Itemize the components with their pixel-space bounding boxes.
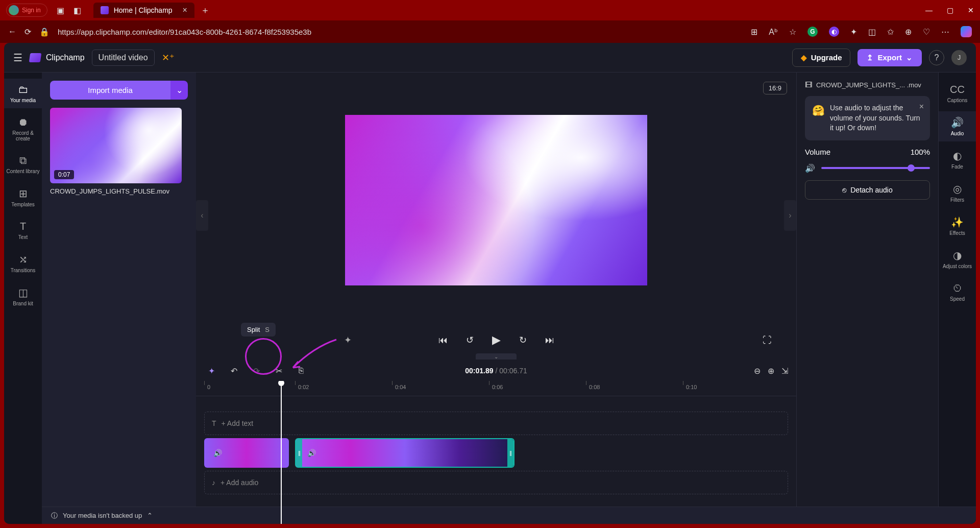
extensions-puzzle-icon[interactable]: ✦ (850, 27, 857, 37)
rail-templates[interactable]: ⊞Templates (4, 182, 42, 212)
chevron-up-icon: ⌃ (147, 512, 153, 519)
import-dropdown[interactable]: ⌄ (170, 81, 188, 100)
rail-record[interactable]: ⏺Record & create (4, 111, 42, 147)
signin-label: Sign in (22, 7, 41, 14)
export-button[interactable]: ↥ Export ⌄ (857, 49, 922, 66)
rail-content-library[interactable]: ⧉Content library (4, 150, 42, 179)
close-tab-icon[interactable]: × (183, 6, 187, 15)
minimize-icon[interactable]: — (925, 6, 933, 14)
rail-audio[interactable]: 🔊Audio (939, 111, 976, 141)
rail-text[interactable]: TText (4, 215, 42, 245)
rail-captions[interactable]: CCCaptions (939, 79, 976, 108)
site-lock-icon[interactable]: 🔒 (39, 27, 50, 37)
redo-icon[interactable]: ↷ (249, 364, 263, 378)
tab-actions-icon[interactable]: ◧ (74, 6, 81, 15)
grammarly-icon[interactable]: G (807, 27, 818, 37)
upgrade-button[interactable]: ◆ Upgrade (792, 49, 851, 67)
zoom-fit-icon[interactable]: ⇲ (781, 366, 788, 376)
volume-slider[interactable] (821, 167, 930, 169)
project-title-input[interactable]: Untitled video (92, 50, 155, 66)
tooltip-key: S (265, 326, 270, 333)
timeline[interactable]: 0 0:02 0:04 0:06 0:08 0:10 T + Add text … (196, 381, 796, 524)
rail-filters[interactable]: ◎Filters (939, 178, 976, 208)
clip-name: CROWD_JUMPS_LIGHTS_... .mov (816, 81, 921, 89)
browser-essentials-icon[interactable]: ♡ (923, 27, 930, 37)
clip-handle-left[interactable]: ‖ (296, 439, 302, 467)
camera-icon: ⏺ (18, 116, 28, 128)
video-clip-2-selected[interactable]: ‖ 🔊 ‖ (295, 438, 514, 468)
timeline-ruler[interactable]: 0 0:02 0:04 0:06 0:08 0:10 (196, 381, 796, 396)
stage-prev-icon[interactable]: ‹ (196, 200, 208, 231)
rewind-icon[interactable]: ↺ (466, 334, 474, 346)
rail-brand-kit[interactable]: ◫Brand kit (4, 281, 42, 311)
detach-audio-button[interactable]: ⎋ Detach audio (805, 180, 930, 200)
stage-next-icon[interactable]: › (784, 200, 796, 231)
copy-icon[interactable]: ⎘ (294, 364, 308, 378)
text-track[interactable]: T + Add text (204, 412, 788, 435)
rail-speed[interactable]: ⏲Speed (939, 277, 976, 307)
new-tab-button[interactable]: ＋ (201, 4, 210, 16)
extension-icon[interactable]: ◐ (829, 27, 839, 37)
browser-tab[interactable]: Home | Clipchamp × (93, 3, 194, 18)
workspaces-icon[interactable]: ▣ (57, 6, 64, 15)
close-tip-icon[interactable]: × (919, 101, 924, 112)
user-avatar[interactable]: J (951, 50, 967, 65)
ai-sparkle-icon[interactable]: ✦ (344, 334, 352, 346)
copilot-icon[interactable] (961, 26, 972, 37)
more-icon[interactable]: ⋯ (941, 27, 949, 37)
hamburger-menu-icon[interactable]: ☰ (13, 52, 22, 64)
fullscreen-icon[interactable]: ⛶ (763, 335, 772, 346)
collections-icon[interactable]: ⊕ (905, 27, 912, 37)
signin-pill[interactable]: Sign in (6, 4, 47, 17)
skip-end-icon[interactable]: ⏭ (545, 335, 554, 346)
maximize-icon[interactable]: ▢ (947, 6, 953, 14)
transitions-icon: ⤭ (19, 253, 28, 266)
playhead[interactable] (281, 381, 282, 524)
rail-adjust-colors[interactable]: ◑Adjust colors (939, 244, 976, 274)
app-available-icon[interactable]: ⊞ (751, 27, 757, 37)
split-screen-icon[interactable]: ◫ (868, 27, 876, 37)
read-aloud-icon[interactable]: Aᵇ (769, 27, 778, 37)
rail-effects[interactable]: ✨Effects (939, 211, 976, 241)
volume-value: 100% (911, 148, 930, 156)
ruler-tick: 0:04 (395, 384, 406, 390)
volume-slider-row: 🔊 (805, 163, 930, 173)
aspect-ratio-button[interactable]: 16:9 (763, 82, 787, 94)
split-tooltip: Split S (241, 323, 276, 337)
speaker-icon[interactable]: 🔊 (805, 163, 815, 173)
forward-icon[interactable]: ↻ (519, 334, 527, 346)
help-button[interactable]: ? (929, 50, 944, 65)
timeline-collapse-handle[interactable]: ⌄ (476, 353, 517, 359)
play-icon[interactable]: ▶ (492, 333, 501, 347)
rail-transitions[interactable]: ⤭Transitions (4, 248, 42, 278)
refresh-icon[interactable]: ⟳ (24, 27, 31, 37)
speaker-icon: 🔊 (213, 449, 222, 457)
media-item[interactable]: 0:07 CROWD_JUMPS_LIGHTS_PULSE.mov (50, 108, 188, 195)
detach-icon: ⎋ (842, 186, 846, 194)
clip-handle-right[interactable]: ‖ (507, 439, 513, 467)
brand[interactable]: Clipchamp (30, 53, 85, 62)
video-clip-1[interactable]: 🔊 (204, 438, 289, 468)
video-preview[interactable] (345, 115, 647, 285)
zoom-out-icon[interactable]: ⊖ (754, 366, 761, 376)
favorite-star-icon[interactable]: ☆ (789, 27, 796, 37)
rail-your-media[interactable]: 🗀Your media (4, 79, 42, 108)
templates-icon: ⊞ (19, 187, 28, 200)
zoom-in-icon[interactable]: ⊕ (768, 366, 774, 376)
url-field[interactable]: https://app.clipchamp.com/editor/91ca043… (58, 28, 743, 36)
back-icon[interactable]: ← (8, 27, 16, 36)
audio-track[interactable]: ♪ + Add audio (204, 471, 788, 494)
close-window-icon[interactable]: ✕ (968, 6, 974, 14)
link-off-icon[interactable]: ✕⁺ (162, 52, 175, 63)
import-media-button[interactable]: Import media ⌄ (50, 81, 188, 100)
favorites-icon[interactable]: ✩ (887, 27, 894, 37)
library-icon: ⧉ (19, 155, 27, 166)
right-rail: CCCaptions 🔊Audio ◐Fade ◎Filters ✨Effect… (938, 73, 976, 524)
undo-icon[interactable]: ↶ (227, 364, 241, 378)
ai-tool-icon[interactable]: ✦ (204, 364, 218, 378)
backup-bar[interactable]: ⓘ Your media isn't backed up ⌃ (42, 507, 976, 524)
rail-label: Captions (947, 98, 967, 103)
skip-start-icon[interactable]: ⏮ (438, 335, 448, 346)
rail-fade[interactable]: ◐Fade (939, 145, 976, 175)
split-icon[interactable]: ✂ (272, 364, 286, 378)
